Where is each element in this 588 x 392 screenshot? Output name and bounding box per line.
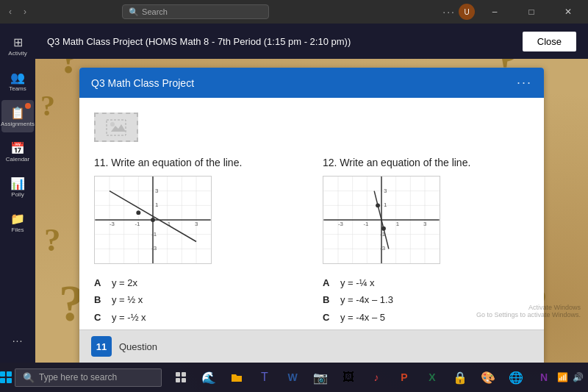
- svg-text:-1: -1: [135, 221, 140, 227]
- svg-text:-3: -3: [110, 221, 115, 227]
- windows-logo: [0, 371, 12, 383]
- sidebar-label-polly: Polly: [11, 192, 24, 198]
- calendar-icon: 📅: [10, 141, 25, 155]
- panel-menu-button[interactable]: ···: [517, 75, 532, 90]
- titlebar-nav: ‹ ›: [0, 5, 35, 18]
- svg-rect-54: [182, 372, 186, 377]
- answer-text-a: y = -¼ x: [340, 274, 375, 291]
- svg-text:1: 1: [396, 221, 399, 227]
- svg-text:-1: -1: [151, 231, 157, 238]
- excel-button[interactable]: X: [419, 364, 445, 391]
- teams-taskbar-button[interactable]: T: [251, 364, 278, 391]
- search-icon: 🔍: [129, 7, 139, 17]
- svg-point-27: [136, 210, 140, 215]
- svg-rect-53: [176, 372, 180, 377]
- graph-11-svg: -3 -1 1 3 3 1 -1 -3: [95, 177, 211, 263]
- activity-icon: ⊞: [13, 35, 23, 49]
- forward-button[interactable]: ›: [21, 5, 29, 18]
- svg-point-26: [151, 218, 155, 222]
- question-12-number: 12.: [323, 157, 337, 168]
- question-11-title: 11. Write an equation of the line.: [94, 157, 301, 168]
- taskbar-right: 📶 🔊 3:44 PM 4/9/2021 🔔: [557, 366, 588, 389]
- titlebar-search-bar[interactable]: 🔍 Search: [122, 4, 269, 19]
- question-11-number: 11.: [94, 157, 108, 168]
- question-footer-label: Question: [119, 341, 157, 352]
- answer-letter-a: A: [94, 274, 106, 291]
- sidebar: ⊞ Activity 👥 Teams 📋 Assignments 📅 Calen…: [0, 24, 35, 363]
- sidebar-item-calendar[interactable]: 📅 Calendar: [1, 135, 34, 168]
- answer-11-a: A y = 2x: [94, 274, 301, 291]
- panel-header: Q3 Math Class Project ···: [79, 68, 544, 98]
- sidebar-item-activity[interactable]: ⊞ Activity: [1, 29, 34, 62]
- sidebar-label-assignments: Assignments: [1, 121, 35, 127]
- question-11-column: 11. Write an equation of the line.: [94, 157, 301, 329]
- photos-button[interactable]: 🖼: [335, 364, 362, 391]
- edge-button[interactable]: 🌊: [196, 364, 222, 391]
- svg-text:3: 3: [423, 221, 427, 227]
- graph-12-svg: -3 -1 1 3 3 1 -1 -3: [323, 177, 440, 263]
- assignments-icon: 📋: [10, 106, 25, 120]
- volume-icon[interactable]: 🔊: [573, 372, 584, 382]
- answer-letter-b: B: [94, 291, 106, 308]
- teams-icon: 👥: [10, 71, 25, 85]
- svg-text:-3: -3: [338, 221, 344, 227]
- main-content: Q3 Math Class Project (HOMS Math 8 - 7th…: [35, 24, 588, 363]
- answer-11-c: C y = -½ x: [94, 309, 301, 326]
- camera-button[interactable]: 📷: [307, 364, 334, 391]
- sidebar-label-teams: Teams: [9, 86, 26, 92]
- user-avatar[interactable]: U: [459, 4, 475, 20]
- win-logo-q2: [7, 371, 12, 377]
- sidebar-item-assignments[interactable]: 📋 Assignments: [1, 100, 34, 132]
- window-close-button[interactable]: ✕: [551, 0, 585, 24]
- answer-letter-c: C: [94, 309, 106, 326]
- sidebar-item-teams[interactable]: 👥 Teams: [1, 65, 34, 97]
- notification-badge: [25, 103, 31, 109]
- sidebar-item-polly[interactable]: 📊 Polly: [1, 171, 34, 203]
- answer-text-c: y = -½ x: [112, 309, 146, 326]
- more-options-icon[interactable]: ···: [442, 6, 456, 18]
- chrome-button[interactable]: 🌐: [503, 364, 529, 391]
- content-area: Q3 Math Class Project ···: [35, 59, 588, 363]
- questions-row: 11. Write an equation of the line.: [94, 157, 529, 329]
- svg-text:1: 1: [384, 202, 387, 208]
- taskbar-search-bar[interactable]: 🔍 Type here to search: [15, 368, 162, 387]
- sidebar-label-calendar: Calendar: [6, 157, 29, 163]
- svg-text:3: 3: [155, 188, 159, 194]
- close-assignment-button[interactable]: Close: [523, 32, 576, 51]
- titlebar-controls: ··· U – □ ✕: [442, 0, 588, 24]
- answer-text-b: y = -4x – 1.3: [340, 291, 393, 308]
- answer-letter-c: C: [323, 309, 334, 326]
- taskbar-search-text: Type here to search: [39, 372, 117, 382]
- music-button[interactable]: ♪: [363, 364, 390, 391]
- back-button[interactable]: ‹: [6, 5, 15, 18]
- minimize-button[interactable]: –: [478, 0, 512, 24]
- taskbar-search-icon: 🔍: [23, 372, 35, 383]
- onenote-button[interactable]: N: [531, 364, 557, 391]
- sidebar-item-files[interactable]: 📁 Files: [1, 206, 34, 238]
- file-explorer-button[interactable]: [223, 364, 250, 391]
- taskbar-apps: 🌊 T W 📷 🖼 ♪ P X 🔒 🎨 🌐 N: [168, 364, 557, 391]
- paint-button[interactable]: 🎨: [475, 364, 501, 391]
- start-button[interactable]: [0, 363, 12, 392]
- network-icon[interactable]: 📶: [557, 372, 568, 382]
- taskbar-system-icons: 📶 🔊: [557, 372, 584, 382]
- answer-11-b: B y = ½ x: [94, 291, 301, 308]
- answers-11: A y = 2x B y = ½ x C y = -½ x: [94, 274, 301, 329]
- powerpoint-button[interactable]: P: [391, 364, 417, 391]
- sidebar-item-more[interactable]: ···: [1, 324, 34, 357]
- svg-point-2: [110, 122, 115, 126]
- answer-12-a: A y = -¼ x: [323, 274, 529, 291]
- polly-icon: 📊: [10, 177, 25, 190]
- maximize-button[interactable]: □: [514, 0, 548, 24]
- watermark-line2: Go to Settings to activate Windows.: [476, 311, 581, 318]
- image-placeholder: [94, 113, 138, 142]
- answer-text-c: y = -4x – 5: [340, 309, 385, 326]
- panel-body: 11. Write an equation of the line.: [79, 98, 544, 329]
- graph-12: -3 -1 1 3 3 1 -1 -3: [323, 176, 440, 264]
- word-button[interactable]: W: [279, 364, 306, 391]
- question-12-text: Write an equation of the line.: [340, 157, 470, 168]
- taskview-button[interactable]: [168, 364, 194, 391]
- security-button[interactable]: 🔒: [447, 364, 473, 391]
- app-title: Q3 Math Class Project (HOMS Math 8 - 7th…: [47, 36, 514, 47]
- panel-footer: 11 Question: [79, 329, 544, 363]
